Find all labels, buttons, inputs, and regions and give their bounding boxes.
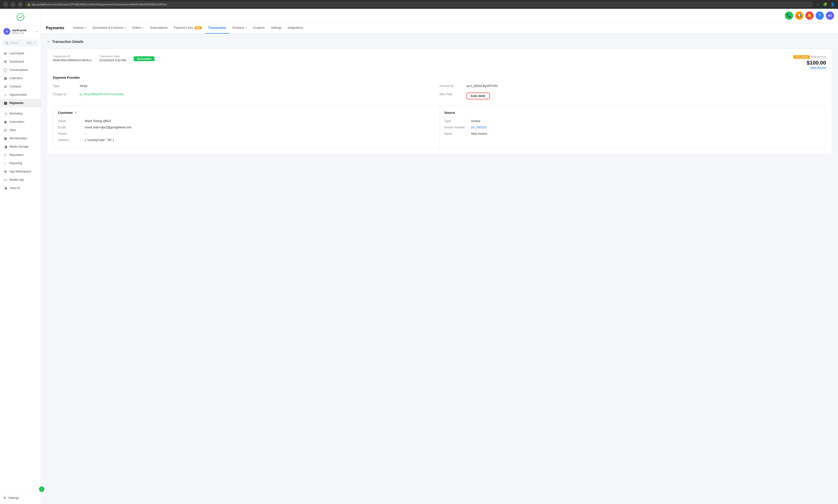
calendars-icon: ▦ bbox=[3, 76, 7, 80]
url-text: app.gohighlevel.com/v2/location/ZFeBjZrM… bbox=[32, 3, 167, 6]
collapse-sidebar-button[interactable]: ‹ bbox=[39, 486, 45, 492]
sidebar-item-dashboard[interactable]: ⊞ Dashboard bbox=[0, 57, 41, 66]
sidebar-item-label: Media Storage bbox=[10, 145, 29, 148]
transaction-date-field: Transaction Date 07/24/2024 3:02 PM bbox=[100, 55, 126, 62]
payment-provider-title: Payment Provider bbox=[53, 76, 826, 79]
sidebar-item-opportunities[interactable]: ⟐ Opportunities bbox=[0, 91, 41, 99]
nav-integrations[interactable]: Integrations bbox=[285, 22, 306, 34]
customer-section: Customer ↗ Name: Manit Testing QBO2 Emai… bbox=[53, 106, 440, 148]
url-bar[interactable]: 🔒 app.gohighlevel.com/v2/location/ZFeBjZ… bbox=[25, 1, 813, 7]
svg-point-0 bbox=[17, 14, 24, 21]
payment-navigation: Payments Invoices ▾ Documents & Contract… bbox=[41, 22, 838, 34]
sidebar-item-label: Payments bbox=[10, 101, 23, 105]
notification-button[interactable]: 🔔 bbox=[805, 12, 814, 20]
phone-button[interactable]: 📞 bbox=[785, 12, 793, 20]
type-field-row: Type: Stripe bbox=[53, 83, 440, 89]
charge-id-label: Charge Id: bbox=[53, 93, 80, 96]
back-button[interactable]: ← Transaction Details bbox=[47, 39, 83, 44]
transaction-amount-section: TEST MODE Total Amount $100.00 View Rece… bbox=[793, 55, 826, 69]
header-avatar[interactable]: MJ bbox=[826, 12, 834, 20]
search-bar[interactable]: 🔍 Search ⌘ K + bbox=[2, 39, 38, 46]
nav-settings[interactable]: Settings bbox=[268, 22, 284, 34]
nav-payment-links[interactable]: Payment Links New bbox=[171, 22, 205, 34]
nav-products[interactable]: Products ▾ bbox=[230, 22, 249, 34]
sidebar-item-label: Reporting bbox=[10, 162, 22, 165]
sidebar-item-app-marketplace[interactable]: ⊞ App Marketplace bbox=[0, 167, 41, 176]
sidebar-item-label: Memberships bbox=[10, 137, 27, 140]
sidebar-item-label: App Marketplace bbox=[10, 170, 32, 173]
customer-source-sections: Customer ↗ Name: Manit Testing QBO2 Emai… bbox=[53, 106, 826, 148]
customer-name-label: Name: bbox=[58, 119, 85, 123]
sidebar-item-marketing[interactable]: ◁ Marketing bbox=[0, 109, 41, 118]
external-link-icon[interactable]: ↗ bbox=[74, 111, 76, 114]
sidebar-item-settings[interactable]: ⚙ Settings bbox=[3, 494, 37, 502]
sidebar-item-label: Calendars bbox=[10, 76, 23, 80]
who-paid-field-row: Who Paid: Auto debit bbox=[440, 91, 826, 101]
auto-debit-button[interactable]: Auto debit bbox=[467, 93, 490, 100]
sidebar-item-label: Contacts bbox=[10, 85, 21, 88]
sidebar-item-reporting[interactable]: ⟋ Reporting bbox=[0, 159, 41, 167]
sidebar-item-memberships[interactable]: ▦ Memberships bbox=[0, 134, 41, 143]
invoice-number-value[interactable]: inv_000103 bbox=[471, 126, 486, 129]
view-receipt-link[interactable]: View Receipt bbox=[793, 66, 826, 69]
nav-invoices[interactable]: Invoices ▾ bbox=[70, 22, 89, 34]
reputation-icon: ☆ bbox=[3, 153, 7, 157]
sidebar: A manit-prod Ahmd, Guj ▾ 🔍 Search ⌘ K + … bbox=[0, 9, 41, 504]
sidebar-item-voice-ai[interactable]: ◑ Voice AI bbox=[0, 184, 41, 192]
back-nav-button[interactable]: ← bbox=[3, 2, 8, 7]
sidebar-item-launchpad[interactable]: ⊕ Launchpad bbox=[0, 49, 41, 57]
sidebar-item-calendars[interactable]: ▦ Calendars bbox=[0, 74, 41, 82]
account-id-label: Account Id: bbox=[440, 84, 467, 88]
transaction-id-value: 66a0c99ba300058d21d829ce bbox=[53, 59, 92, 62]
sidebar-item-sites[interactable]: ◰ Sites bbox=[0, 126, 41, 134]
sidebar-item-media-storage[interactable]: ◨ Media Storage bbox=[0, 143, 41, 151]
sidebar-item-label: Marketing bbox=[10, 112, 22, 115]
megaphone-button[interactable]: 📢 bbox=[795, 12, 803, 20]
sidebar-item-automation[interactable]: ◉ Automation bbox=[0, 118, 41, 126]
sidebar-item-contacts[interactable]: ⊕ Contacts bbox=[0, 82, 41, 91]
charge-id-field-row: Charge Id: pi_3Pg1WlByVlfITvRX1XxVmoKq bbox=[53, 91, 440, 101]
who-paid-label: Who Paid: bbox=[440, 93, 467, 96]
sites-icon: ◰ bbox=[3, 128, 7, 132]
bookmark-button[interactable]: ☆ bbox=[815, 2, 820, 7]
nav-coupons[interactable]: Coupons bbox=[250, 22, 267, 34]
sidebar-item-label: Mobile App bbox=[10, 178, 24, 181]
sidebar-item-mobile-app[interactable]: ▭ Mobile App bbox=[0, 176, 41, 184]
status-badge: Succeeded bbox=[134, 56, 155, 61]
sidebar-item-label: Sites bbox=[10, 128, 16, 132]
sidebar-item-payments[interactable]: ▤ Payments bbox=[0, 99, 41, 107]
app-marketplace-icon: ⊞ bbox=[3, 169, 7, 174]
sidebar-divider bbox=[0, 108, 41, 108]
products-dropdown-icon: ▾ bbox=[245, 26, 246, 29]
forward-nav-button[interactable]: → bbox=[10, 2, 16, 7]
transaction-id-label: Transaction ID bbox=[53, 55, 92, 58]
sidebar-item-label: Opportunities bbox=[10, 93, 27, 96]
user-sub: Ahmd, Guj bbox=[12, 32, 34, 34]
sidebar-item-reputation[interactable]: ☆ Reputation bbox=[0, 151, 41, 159]
nav-orders[interactable]: Orders ▾ bbox=[129, 22, 146, 34]
nav-transactions[interactable]: Transactions bbox=[205, 22, 229, 34]
invoice-number-label: Invoice Number: bbox=[444, 126, 471, 129]
search-shortcut: ⌘ K bbox=[26, 41, 32, 44]
browser-actions: ☆ 🧩 👤 bbox=[815, 2, 835, 7]
customer-section-title: Customer ↗ bbox=[58, 111, 435, 114]
user-section[interactable]: A manit-prod Ahmd, Guj ▾ bbox=[0, 25, 41, 37]
customer-email-row: Email: manit.shah+qbo2@gohighlevel.com bbox=[58, 124, 435, 130]
transaction-card: Transaction ID 66a0c99ba300058d21d829ce … bbox=[47, 49, 832, 155]
reload-button[interactable]: ↻ bbox=[18, 2, 23, 7]
type-label: Type: bbox=[53, 84, 80, 88]
extensions-button[interactable]: 🧩 bbox=[822, 2, 828, 7]
nav-documents[interactable]: Documents & Contracts ▾ bbox=[90, 22, 129, 34]
nav-items: ⊕ Launchpad ⊞ Dashboard ◯ Conversations … bbox=[0, 48, 41, 491]
nav-subscriptions[interactable]: Subscriptions bbox=[147, 22, 171, 34]
invoices-dropdown-icon: ▾ bbox=[85, 26, 86, 29]
sidebar-item-conversations[interactable]: ◯ Conversations bbox=[0, 66, 41, 74]
profile-button[interactable]: 👤 bbox=[830, 2, 835, 7]
customer-email-value: manit.shah+qbo2@gohighlevel.com bbox=[85, 126, 132, 129]
sidebar-item-label: Launchpad bbox=[10, 52, 24, 55]
help-button[interactable]: ? bbox=[816, 12, 824, 20]
type-value: Stripe bbox=[80, 84, 87, 88]
orders-dropdown-icon: ▾ bbox=[142, 26, 144, 29]
search-plus-icon: + bbox=[34, 41, 36, 44]
transaction-date-value: 07/24/2024 3:02 PM bbox=[100, 59, 126, 62]
